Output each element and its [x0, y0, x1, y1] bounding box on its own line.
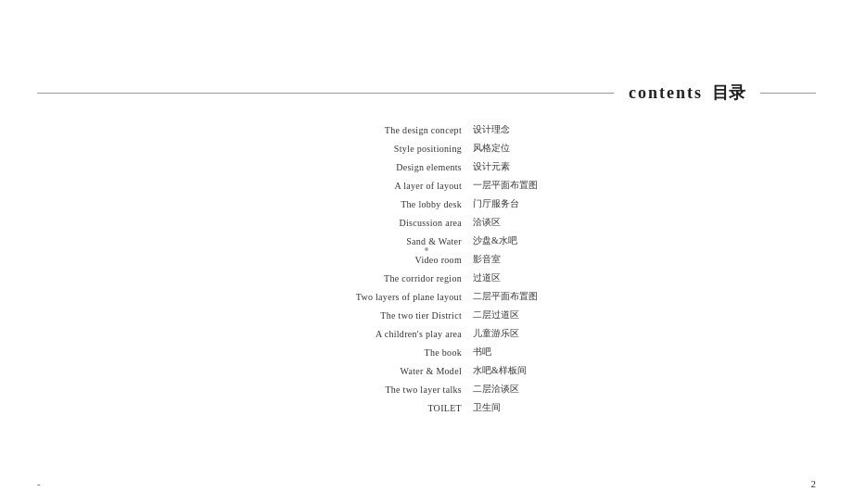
table-row: Discussion area洽谈区	[213, 216, 640, 229]
table-row: Video room影音室	[213, 253, 640, 266]
row-zh-label: 设计理念	[473, 123, 584, 136]
table-row: TOILET卫生间	[213, 401, 640, 414]
row-zh-label: 影音室	[473, 253, 584, 266]
row-zh-label: 门厅服务台	[473, 197, 584, 210]
footer: - 2	[0, 478, 853, 489]
table-row: The two layer talks二层洽谈区	[213, 383, 640, 396]
row-en-label: A children's play area	[269, 329, 473, 339]
page-container: contents 目录 The design concept设计理念Style …	[0, 0, 853, 504]
row-en-label: Discussion area	[269, 218, 473, 228]
title-en: contents	[629, 83, 703, 103]
row-zh-label: 儿童游乐区	[473, 327, 584, 340]
header-line-left	[37, 93, 614, 94]
row-zh-label: 沙盘&水吧	[473, 234, 584, 247]
row-en-label: The design concept	[269, 125, 473, 135]
row-en-label: A layer of layout	[269, 181, 473, 191]
row-en-label: Water & Model	[269, 366, 473, 376]
row-zh-label: 一层平面布置图	[473, 179, 584, 192]
table-row: The design concept设计理念	[213, 123, 640, 136]
header-title: contents 目录	[629, 82, 745, 104]
table-row: Two layers of plane layout二层平面布置图	[213, 290, 640, 303]
row-en-label: Video room	[269, 255, 473, 265]
table-row: A children's play area儿童游乐区	[213, 327, 640, 340]
row-zh-label: 二层平面布置图	[473, 290, 584, 303]
table-row: Design elements设计元素	[213, 160, 640, 173]
row-en-label: The book	[269, 347, 473, 358]
title-zh: 目录	[712, 82, 745, 104]
table-row: Sand & Water沙盘&水吧	[213, 234, 640, 247]
row-zh-label: 风格定位	[473, 142, 584, 155]
contents-table: The design concept设计理念Style positioning风…	[0, 120, 853, 417]
row-zh-label: 书吧	[473, 346, 584, 359]
table-row: Style positioning风格定位	[213, 142, 640, 155]
row-zh-label: 二层洽谈区	[473, 383, 584, 396]
header-line-right	[760, 93, 816, 94]
row-en-label: Style positioning	[269, 144, 473, 154]
row-zh-label: 过道区	[473, 271, 584, 284]
row-en-label: TOILET	[269, 403, 473, 413]
row-en-label: Design elements	[269, 162, 473, 172]
row-zh-label: 洽谈区	[473, 216, 584, 229]
row-zh-label: 二层过道区	[473, 309, 584, 321]
row-en-label: The corridor region	[269, 273, 473, 284]
row-en-label: Two layers of plane layout	[269, 292, 473, 302]
table-row: The lobby desk门厅服务台	[213, 197, 640, 210]
row-en-label: Sand & Water	[269, 236, 473, 246]
row-en-label: The lobby desk	[269, 199, 473, 209]
row-en-label: The two layer talks	[269, 384, 473, 395]
table-row: Water & Model水吧&样板间	[213, 364, 640, 377]
header-section: contents 目录	[37, 82, 816, 104]
table-row: A layer of layout一层平面布置图	[213, 179, 640, 192]
row-en-label: The two tier District	[269, 310, 473, 321]
table-row: The book书吧	[213, 346, 640, 359]
row-zh-label: 卫生间	[473, 401, 584, 414]
footer-dash: -	[37, 478, 41, 489]
small-dot	[425, 247, 428, 251]
footer-page: 2	[811, 478, 817, 489]
row-zh-label: 设计元素	[473, 160, 584, 173]
table-row: The two tier District二层过道区	[213, 309, 640, 321]
table-row: The corridor region过道区	[213, 271, 640, 284]
row-zh-label: 水吧&样板间	[473, 364, 584, 377]
